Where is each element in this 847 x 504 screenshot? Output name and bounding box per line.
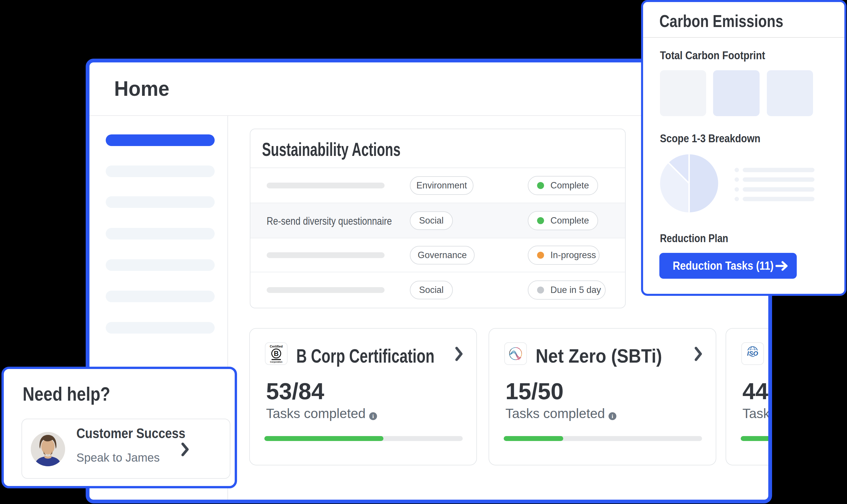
- svg-text:Certified: Certified: [270, 345, 283, 348]
- svg-text:ISO: ISO: [747, 350, 758, 357]
- svg-text:B: B: [274, 350, 279, 357]
- svg-text:Corporation: Corporation: [270, 361, 283, 363]
